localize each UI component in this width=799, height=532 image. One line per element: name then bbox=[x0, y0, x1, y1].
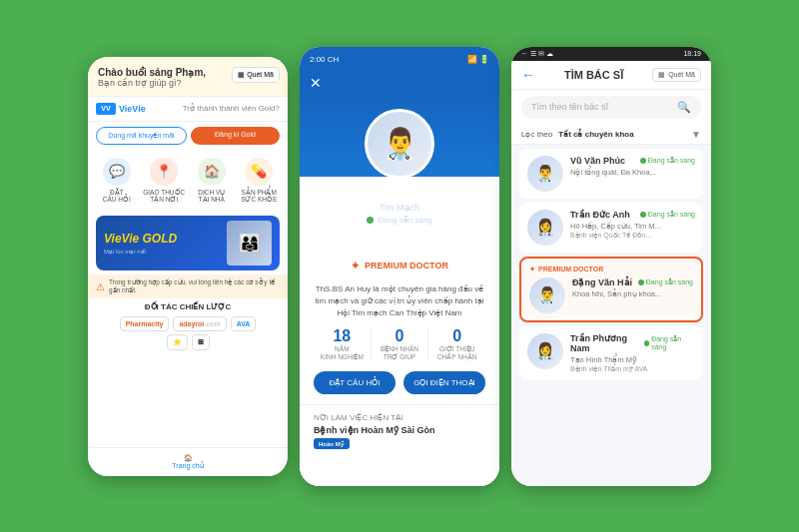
doctor-avail-3: Đang sẵn sàng bbox=[638, 278, 693, 286]
stat-pat-label: BỆNH NHÂNTRỢ GIÚP bbox=[372, 345, 428, 362]
partner-star[interactable]: ⭐ bbox=[167, 334, 188, 350]
workplace-section: NƠI LÀM VIỆC HIỆN TẠI Bệnh viện Hoàn Mỹ … bbox=[300, 404, 499, 457]
btn-row: Dùng mã khuyến mãi Đăng kí Gold bbox=[88, 122, 288, 150]
right-title-bar: ← TÌM BÁC SĨ ▦ Quét Mã bbox=[511, 61, 711, 90]
mid-scroll: 👨‍⚕️ Trần Huy Tim Mạch Đang sẵn sàng ✦ P… bbox=[300, 94, 499, 486]
right-status-bar: ← ☰ ✉ ☁ 18:19 bbox=[511, 47, 711, 61]
partner-adayroi[interactable]: adayroi.com bbox=[173, 316, 226, 331]
doctor-avatar-4: 👩‍⚕️ bbox=[527, 333, 563, 369]
close-button[interactable]: ✕ bbox=[310, 75, 322, 91]
question-icon: 💬 bbox=[103, 158, 131, 186]
gold-button[interactable]: Đăng kí Gold bbox=[191, 127, 280, 145]
home-service-label: DỊCH VỤTẠI NHÀ bbox=[198, 189, 225, 205]
premium-star-icon: ✦ bbox=[351, 260, 360, 272]
filter-value: Tất cả chuyên khoa bbox=[558, 130, 685, 139]
doctor-avatar: 👨‍⚕️ bbox=[365, 109, 434, 179]
call-button[interactable]: GỌI ĐIỆN THOẠI bbox=[403, 371, 485, 394]
gold-banner[interactable]: VieVie GOLD Mọi lúc mọi nơi 👨‍👩‍👧 bbox=[96, 216, 280, 270]
doctor-spec-2: Hô Hấp, Cấp cứu, Tim M... bbox=[570, 222, 695, 231]
icon-item-delivery[interactable]: 📍 GIAO THUỐCTẬN NƠI bbox=[142, 158, 188, 205]
bottom-nav-home[interactable]: 🏠 Trang chủ bbox=[172, 454, 203, 470]
doctor-card-2[interactable]: 👩‍⚕️ Trần Đức Anh Đang sẵn sàng Hô Hấp, … bbox=[519, 203, 703, 253]
stat-ref-num: 0 bbox=[428, 327, 485, 345]
doctor-info-4: Trần Phương Nam Đang sẵn sàng Tạo Hình T… bbox=[570, 333, 695, 373]
logo-icon: VV bbox=[96, 103, 116, 115]
gold-banner-image: 👨‍👩‍👧 bbox=[227, 221, 272, 266]
icon-grid: 💬 ĐẶTCÂU HỎI 📍 GIAO THUỐCTẬN NƠI 🏠 DỊCH … bbox=[88, 150, 288, 213]
stat-patients: 0 BỆNH NHÂNTRỢ GIÚP bbox=[372, 327, 429, 362]
doctor-avail-4: Đang sẵn sàng bbox=[644, 335, 695, 350]
doctor-name-row-1: Vũ Văn Phúc Đang sẵn sàng bbox=[570, 156, 695, 166]
mid-content: ✦ PREMIUM DOCTOR ThS.BS An Huy là một ch… bbox=[300, 245, 499, 486]
stat-pat-num: 0 bbox=[372, 327, 428, 345]
right-time: 18:19 bbox=[683, 50, 701, 57]
workplace-logo: Hoàn Mỹ bbox=[314, 438, 485, 449]
doctor-avail-1: Đang sẵn sàng bbox=[640, 157, 695, 165]
filter-label: Lọc theo bbox=[521, 130, 552, 139]
partner-ava[interactable]: AVA bbox=[231, 316, 257, 331]
mid-time: 2:00 CH bbox=[310, 55, 339, 64]
health-products-label: SẢN PHẨMSỨC KHỎE bbox=[241, 189, 277, 205]
mid-signal-icons: 📶 🔋 bbox=[467, 55, 489, 64]
doctor-name-1: Vũ Văn Phúc bbox=[570, 156, 625, 166]
ask-button[interactable]: ĐẶT CÂU HỎI bbox=[314, 371, 396, 394]
delivery-label: GIAO THUỐCTẬN NƠI bbox=[143, 189, 185, 205]
partners-section: ĐỐI TÁC CHIẾN LƯỢC Pharmacity adayroi.co… bbox=[88, 298, 288, 354]
doctor-avatar-3: 👨‍⚕️ bbox=[529, 277, 565, 313]
doctor-name: Trần Huy bbox=[369, 185, 429, 201]
search-input-wrap[interactable]: Tìm theo tên bác sĩ 🔍 bbox=[521, 96, 701, 119]
mid-profile-section: 👨‍⚕️ Trần Huy Tim Mạch Đang sẵn sàng bbox=[300, 94, 499, 245]
premium-doctor-row-3: 👨‍⚕️ Đặng Văn Hải Đang sẵn sàng Khoa Nhi… bbox=[529, 277, 693, 313]
filter-arrow-icon: ▼ bbox=[691, 129, 701, 140]
home-nav-icon: 🏠 bbox=[172, 454, 203, 462]
doctor-description: ThS.BS An Huy là một chuyên gia hàng đầu… bbox=[300, 283, 499, 319]
health-products-icon: 💊 bbox=[245, 158, 273, 186]
icon-item-home-service[interactable]: 🏠 DỊCH VỤTẠI NHÀ bbox=[189, 158, 235, 205]
doctor-info-3: Đặng Văn Hải Đang sẵn sàng Khoa Nhi, Sản… bbox=[572, 277, 693, 298]
partners-row: Pharmacity adayroi.com AVA bbox=[96, 316, 280, 331]
gold-banner-info: VieVie GOLD Mọi lúc mọi nơi bbox=[104, 232, 177, 255]
stat-exp-num: 18 bbox=[314, 327, 371, 345]
doctor-info-1: Vũ Văn Phúc Đang sẵn sàng Nội tổng quát,… bbox=[570, 156, 695, 177]
phones-container: Chào buổi sáng Phạm, Bạn cần trợ giúp gì… bbox=[68, 27, 731, 506]
qr-icon: ▦ bbox=[238, 71, 245, 79]
icon-item-health-products[interactable]: 💊 SẢN PHẨMSỨC KHỎE bbox=[237, 158, 283, 205]
emergency-text: Trong trường hợp cấp cứu, vui lòng liên … bbox=[109, 278, 280, 294]
doctor-name-2: Trần Đức Anh bbox=[570, 210, 630, 220]
workplace-value: Bệnh viện Hoàn Mỹ Sài Gòn bbox=[314, 425, 485, 435]
avail-dot-1 bbox=[640, 158, 646, 164]
promo-button[interactable]: Dùng mã khuyến mãi bbox=[96, 127, 187, 145]
mid-status-bar: 2:00 CH 📶 🔋 bbox=[300, 47, 499, 72]
doctor-name-3: Đặng Văn Hải bbox=[572, 277, 632, 287]
doctor-avatar-1: 👨‍⚕️ bbox=[527, 156, 563, 192]
doctor-avatar-2: 👩‍⚕️ bbox=[527, 210, 563, 246]
doctor-card-4[interactable]: 👩‍⚕️ Trần Phương Nam Đang sẵn sàng Tạo H… bbox=[519, 326, 703, 380]
premium-section-3: ✦ PREMIUM DOCTOR 👨‍⚕️ Đặng Văn Hải Đang … bbox=[529, 266, 693, 313]
partners-row-2: ⭐ ⊞ bbox=[96, 334, 280, 350]
right-qr-button[interactable]: ▦ Quét Mã bbox=[652, 68, 701, 82]
search-placeholder: Tìm theo tên bác sĩ bbox=[531, 102, 672, 112]
doctor-hospital-4: Bệnh viện Thẩm mỹ AVA bbox=[570, 365, 695, 373]
doctor-name-row-4: Trần Phương Nam Đang sẵn sàng bbox=[570, 333, 695, 353]
qr-button[interactable]: ▦ Quét Mã bbox=[232, 67, 280, 83]
gold-banner-tagline: Mọi lúc mọi nơi bbox=[104, 248, 177, 255]
vievie-logo: VV VieVie bbox=[96, 103, 146, 115]
partners-title: ĐỐI TÁC CHIẾN LƯỢC bbox=[96, 302, 280, 311]
icon-item-question[interactable]: 💬 ĐẶTCÂU HỎI bbox=[94, 158, 140, 205]
doctor-card-3-premium[interactable]: ✦ PREMIUM DOCTOR 👨‍⚕️ Đặng Văn Hải Đang … bbox=[519, 257, 703, 322]
premium-label-3: ✦ PREMIUM DOCTOR bbox=[529, 266, 693, 273]
gold-banner-brand: VieVie GOLD bbox=[104, 232, 177, 246]
gold-prompt: Trở thành thành viên Gold? bbox=[183, 104, 280, 113]
doctor-card-1[interactable]: 👨‍⚕️ Vũ Văn Phúc Đang sẵn sàng Nội tổng … bbox=[519, 149, 703, 199]
doctor-name-row-2: Trần Đức Anh Đang sẵn sàng bbox=[570, 210, 695, 220]
back-button[interactable]: ← bbox=[521, 67, 535, 83]
doctor-avail-2: Đang sẵn sàng bbox=[640, 211, 695, 219]
filter-bar[interactable]: Lọc theo Tất cả chuyên khoa ▼ bbox=[511, 125, 711, 145]
premium-star-icon-3: ✦ bbox=[529, 266, 535, 273]
stats-row: 18 NĂMKINH NGHIỆM 0 BỆNH NHÂNTRỢ GIÚP 0 … bbox=[300, 327, 499, 362]
partner-pharmacity[interactable]: Pharmacity bbox=[120, 316, 170, 331]
partner-grid[interactable]: ⊞ bbox=[192, 334, 210, 350]
right-status-icons: ← ☰ ✉ ☁ bbox=[521, 50, 553, 58]
doctor-spec-4: Tạo Hình Thẩm Mỹ bbox=[570, 355, 695, 364]
stat-ref-label: GIỚI THIỆUCHẤP NHẬN bbox=[428, 345, 485, 362]
